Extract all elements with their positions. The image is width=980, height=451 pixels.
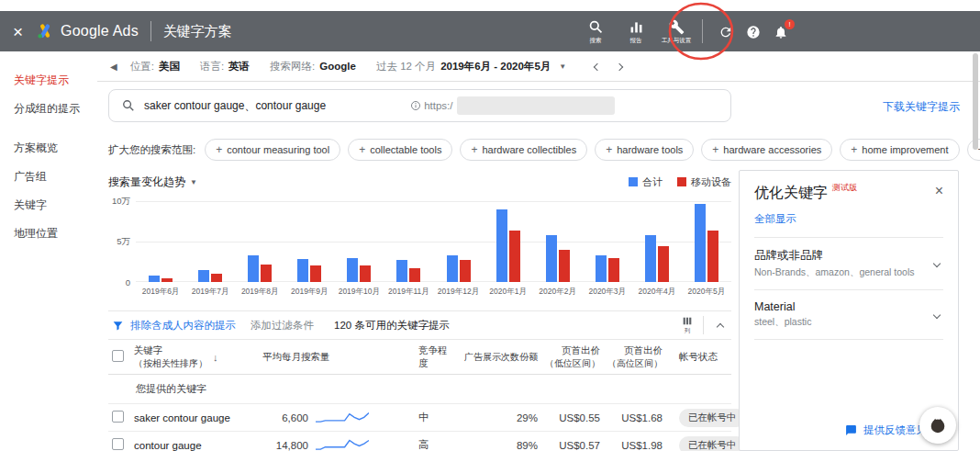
mobile-bar xyxy=(460,260,471,282)
filter-date-range[interactable]: 过去 12 个月 2019年6月 - 2020年5月 ▼ xyxy=(376,60,566,73)
prev-period-button[interactable] xyxy=(586,57,608,75)
select-all-checkbox[interactable] xyxy=(112,350,124,362)
sidebar-item[interactable]: 关键字 xyxy=(0,191,97,220)
column-title: 关键字 xyxy=(134,344,207,357)
toolbar-separator xyxy=(703,316,704,334)
bar-group xyxy=(583,201,632,282)
column-header[interactable]: 平均每月搜索量 xyxy=(262,351,382,364)
notifications-button[interactable]: ! xyxy=(767,17,795,48)
chart-xaxis-row: 2019年6月2019年7月2019年8月2019年9月2019年10月2019… xyxy=(108,287,731,298)
collapse-panel-icon[interactable]: ◀ xyxy=(110,62,117,72)
sidebar-item[interactable]: 地理位置 xyxy=(0,220,97,248)
vertical-scrollbar[interactable] xyxy=(973,53,978,150)
panel-close-icon[interactable]: × xyxy=(935,184,943,198)
bar-group xyxy=(484,201,533,282)
sidebar-item[interactable]: 广告组 xyxy=(0,163,97,191)
x-tick-label: 2019年7月 xyxy=(185,287,235,298)
content-row: 搜索量变化趋势 ▼ 合计移动设备 10万5万0 2019年6月2019年7月20… xyxy=(108,170,959,451)
column-header[interactable]: 帐号状态 xyxy=(663,350,731,363)
download-keyword-ideas-link[interactable]: 下载关键字提示 xyxy=(883,99,960,115)
keyword-chip[interactable]: +hardware accessories xyxy=(701,139,832,161)
filter-location-label: 位置: xyxy=(130,60,154,73)
column-header[interactable]: 关键字（按相关性排序）↓ xyxy=(134,344,262,370)
sidebar-item[interactable]: 分成组的提示 xyxy=(0,95,97,123)
send-feedback-link[interactable]: 提供反馈意见 xyxy=(845,423,927,437)
mobile-bar xyxy=(509,231,520,282)
help-icon xyxy=(746,25,761,39)
refine-group-title: 品牌或非品牌 xyxy=(754,248,915,264)
status-cell: 已在帐号中 xyxy=(663,435,746,451)
tools-settings-button[interactable]: 工具与设置 xyxy=(656,16,696,45)
filter-network[interactable]: 搜索网络: Google xyxy=(270,60,356,73)
chart-dropdown-caret-icon[interactable]: ▼ xyxy=(190,178,197,186)
keyword-chip[interactable]: +contour measuring tool xyxy=(205,139,340,161)
help-button[interactable] xyxy=(740,17,767,48)
broaden-label: 扩大您的搜索范围: xyxy=(108,143,195,157)
refresh-button[interactable] xyxy=(712,17,740,48)
x-tick-label: 2019年11月 xyxy=(384,287,433,298)
search-icon xyxy=(122,99,135,112)
column-header[interactable]: 广告展示次数份额 xyxy=(451,350,538,363)
bar-group xyxy=(632,201,682,282)
column-header[interactable]: 页首出价（低位区间） xyxy=(538,344,600,370)
exclude-adult-label: 排除含成人内容的提示 xyxy=(130,319,236,333)
feedback-icon xyxy=(845,424,857,436)
filter-location[interactable]: 位置: 美国 xyxy=(130,60,180,73)
keyword-chip[interactable]: +collectable tools xyxy=(348,139,452,161)
mobile-bar xyxy=(658,246,669,282)
row-checkbox[interactable] xyxy=(112,438,124,450)
x-tick-label: 2020年1月 xyxy=(484,287,533,298)
show-all-link[interactable]: 全部显示 xyxy=(754,212,796,226)
left-column: 搜索量变化趋势 ▼ 合计移动设备 10万5万0 2019年6月2019年7月20… xyxy=(108,170,731,451)
row-checkbox[interactable] xyxy=(112,411,124,423)
add-filter-button[interactable]: 添加过滤条件 xyxy=(251,319,314,333)
refine-group[interactable]: Materialsteel、plastic xyxy=(754,290,943,340)
keyword-chip[interactable]: +hardware tools xyxy=(595,139,694,161)
total-bar xyxy=(596,255,607,282)
column-header[interactable]: 页首出价（高位区间） xyxy=(600,344,663,370)
topbar-icons-separator xyxy=(702,19,703,43)
column-title: 页首出价 xyxy=(545,344,600,357)
column-title: 帐号状态 xyxy=(679,351,718,364)
table-section-label: 您提供的关键字 xyxy=(108,375,731,404)
close-icon[interactable]: × xyxy=(13,23,23,40)
exclude-adult-filter[interactable]: 排除含成人内容的提示 xyxy=(112,319,236,333)
status-cell: 已在帐号中 xyxy=(663,408,746,427)
keyword-chip[interactable]: +home improvement xyxy=(840,139,959,161)
column-header-text: 广告展示次数份额 xyxy=(464,351,538,364)
table-row[interactable]: saker contour gauge6,600中29%US$0.55US$1.… xyxy=(108,404,731,432)
table-row[interactable]: contour gauge14,800高89%US$0.57US$1.98已在帐… xyxy=(108,432,731,451)
row-checkbox-cell xyxy=(108,410,134,426)
total-bar xyxy=(645,235,656,282)
column-title: 广告展示次数份额 xyxy=(464,351,538,364)
total-bar xyxy=(396,260,407,282)
sidebar-nav: 关键字提示分成组的提示方案概览广告组关键字地理位置 xyxy=(0,51,97,451)
sidebar-item[interactable]: 关键字提示 xyxy=(0,66,97,95)
extension-floating-button[interactable] xyxy=(919,407,956,444)
columns-button[interactable]: 列 xyxy=(681,315,694,335)
refine-group[interactable]: 品牌或非品牌Non-Brands、amazon、general tools xyxy=(754,238,943,290)
total-bar xyxy=(347,258,358,282)
search-icon xyxy=(588,19,604,35)
column-header-text: 页首出价（高位区间） xyxy=(607,344,663,370)
keyword-chip[interactable]: +hardware collectibles xyxy=(460,139,587,161)
google-ads-logo-icon xyxy=(36,22,54,40)
search-button[interactable]: 搜索 xyxy=(575,16,616,45)
table-header: 关键字（按相关性排序）↓平均每月搜索量竞争程度广告展示次数份额页首出价（低位区间… xyxy=(108,340,731,375)
page-title: 关键字方案 xyxy=(163,23,232,40)
reports-button[interactable]: 报告 xyxy=(616,16,656,45)
filter-language[interactable]: 语言: 英语 xyxy=(200,60,250,73)
chevron-down-icon[interactable] xyxy=(933,310,941,318)
mobile-bar xyxy=(409,268,420,282)
dropdown-caret-icon: ▼ xyxy=(559,62,566,71)
refine-groups: 品牌或非品牌Non-Brands、amazon、general toolsMat… xyxy=(754,238,943,340)
chevron-down-icon[interactable] xyxy=(933,260,941,267)
column-header-text: 帐号状态 xyxy=(679,351,718,364)
collapse-table-button[interactable] xyxy=(713,312,728,338)
next-period-button[interactable] xyxy=(608,57,630,75)
column-header[interactable]: 竞争程度 xyxy=(382,344,451,370)
sidebar-item[interactable]: 方案概览 xyxy=(0,134,97,163)
keyword-search-input[interactable]: saker contour gauge、contour gauge https:… xyxy=(108,89,731,122)
chart-title[interactable]: 搜索量变化趋势 xyxy=(108,175,185,190)
chip-label: contour measuring tool xyxy=(227,144,329,155)
